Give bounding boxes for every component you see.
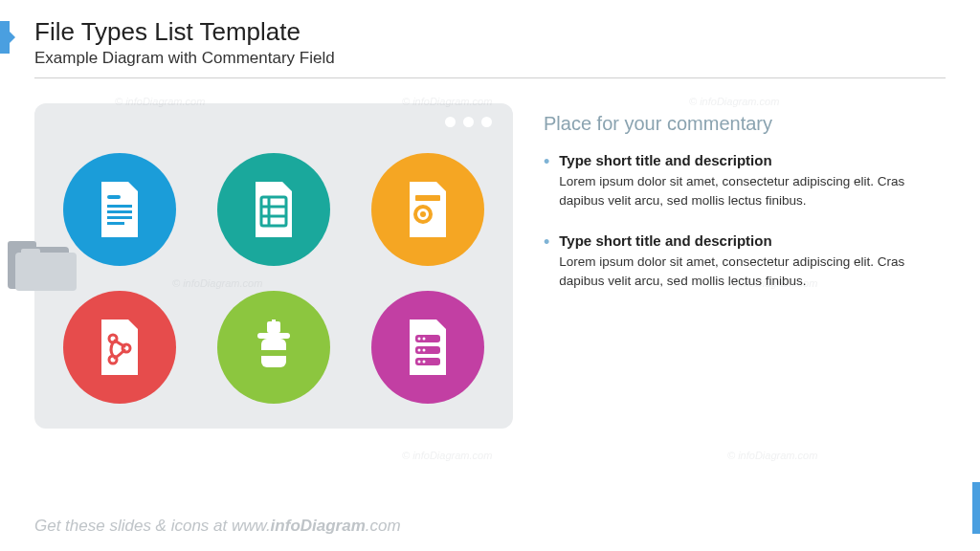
document-text-icon — [96, 182, 144, 237]
window-dot — [481, 117, 492, 127]
svg-rect-2 — [15, 253, 77, 291]
svg-point-29 — [418, 349, 421, 352]
watermark: © infoDiagram.com — [402, 450, 492, 461]
svg-rect-23 — [261, 350, 286, 356]
commentary-item-title: Type short title and description — [559, 232, 946, 249]
header: File Types List Template Example Diagram… — [0, 0, 980, 68]
svg-rect-13 — [415, 195, 440, 201]
accent-stripe-left — [0, 21, 10, 54]
footer-suffix: .com — [366, 517, 401, 535]
diagram-panel — [34, 103, 513, 429]
commentary-item: • Type short title and description Lorem… — [544, 232, 946, 292]
watermark: © infoDiagram.com — [727, 450, 817, 461]
svg-rect-21 — [257, 333, 290, 339]
svg-point-31 — [418, 361, 421, 364]
file-type-tile — [371, 153, 484, 266]
commentary-item-body: Lorem ipsum dolor sit amet, consectetur … — [559, 253, 946, 292]
footer-brand: infoDiagram — [271, 517, 366, 535]
accent-stripe-bottom-right — [972, 482, 980, 534]
page-subtitle: Example Diagram with Commentary Field — [34, 49, 980, 68]
svg-point-28 — [423, 338, 426, 341]
svg-point-32 — [423, 361, 426, 364]
window-controls — [445, 117, 492, 127]
spreadsheet-icon — [250, 182, 298, 237]
footer-prefix: Get these slides & icons at www. — [34, 517, 271, 535]
svg-rect-7 — [107, 216, 132, 219]
folder-icon — [8, 237, 78, 298]
bullet-icon: • — [544, 232, 549, 292]
window-dot — [463, 117, 474, 127]
database-file-icon — [404, 320, 452, 375]
svg-rect-8 — [107, 222, 124, 225]
file-type-tile — [371, 291, 484, 404]
file-type-grid — [59, 153, 488, 404]
media-file-icon — [404, 182, 452, 237]
svg-rect-6 — [107, 210, 132, 213]
file-type-tile — [63, 153, 176, 266]
commentary-item-body: Lorem ipsum dolor sit amet, consectetur … — [559, 172, 946, 211]
footer-attribution: Get these slides & icons at www.infoDiag… — [34, 517, 401, 536]
commentary-heading: Place for your commentary — [544, 113, 946, 135]
commentary-item-title: Type short title and description — [559, 152, 946, 168]
svg-point-15 — [420, 211, 426, 217]
bullet-icon: • — [544, 152, 549, 211]
window-dot — [445, 117, 456, 127]
svg-rect-20 — [272, 320, 276, 327]
archive-zip-icon — [248, 320, 300, 375]
svg-rect-5 — [107, 205, 132, 208]
svg-point-27 — [418, 338, 421, 341]
pdf-file-icon — [96, 320, 144, 375]
file-type-tile — [217, 153, 330, 266]
commentary-panel: Place for your commentary • Type short t… — [544, 103, 946, 429]
svg-rect-4 — [107, 195, 121, 199]
main-content: Place for your commentary • Type short t… — [0, 78, 980, 429]
svg-point-30 — [423, 349, 426, 352]
svg-rect-3 — [21, 249, 40, 256]
browser-frame — [34, 103, 513, 429]
commentary-item: • Type short title and description Lorem… — [544, 152, 946, 211]
file-type-tile — [63, 291, 176, 404]
page-title: File Types List Template — [34, 17, 980, 47]
file-type-tile — [217, 291, 330, 404]
